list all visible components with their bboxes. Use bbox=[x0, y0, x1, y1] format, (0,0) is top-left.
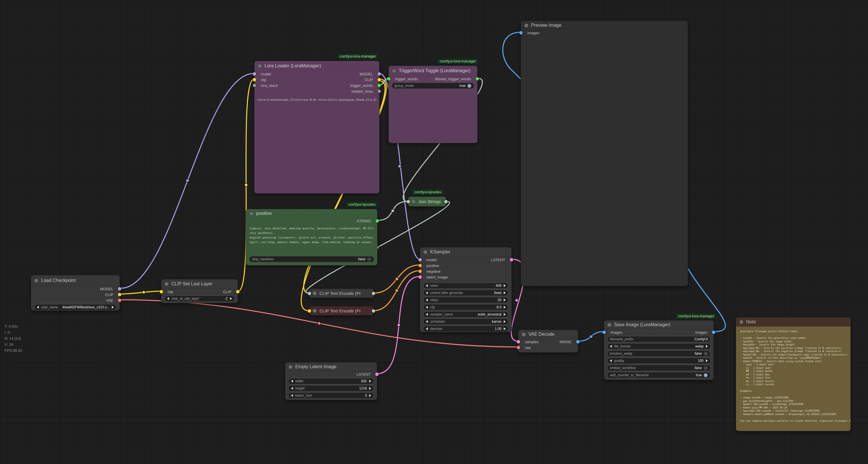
combo-next-icon[interactable] bbox=[504, 313, 506, 316]
stepper-decrement-icon[interactable] bbox=[291, 394, 293, 397]
combo-prev-icon[interactable] bbox=[426, 313, 428, 316]
node-ksampler[interactable]: KSampler modelLATENT positive negative l… bbox=[420, 247, 512, 332]
stepper-decrement-icon[interactable] bbox=[426, 306, 428, 309]
stepper-decrement-icon[interactable] bbox=[426, 327, 428, 330]
stepper-decrement-icon[interactable] bbox=[426, 298, 428, 301]
node-clip-text-encode-negative[interactable]: CLIP Text Encode (Pr bbox=[309, 306, 374, 316]
group-mode-toggle[interactable]: group_modetrue bbox=[392, 83, 474, 89]
toggle-knob-icon[interactable] bbox=[467, 84, 471, 88]
node-triggerword-toggle[interactable]: TriggerWord Toggle (LoraManager) trigger… bbox=[389, 65, 477, 143]
filename-prefix-field[interactable]: filename_prefixComfyUI bbox=[607, 336, 711, 342]
collapse-dot[interactable] bbox=[423, 250, 428, 254]
node-join-strings[interactable]: Join Strings bbox=[408, 197, 446, 207]
collapse-dot[interactable] bbox=[258, 64, 262, 68]
add-counter-to-filename-toggle[interactable]: add_counter_to_filenametrue bbox=[607, 372, 711, 378]
collapse-dot[interactable] bbox=[524, 23, 528, 28]
height-stepper[interactable]: height1216 bbox=[288, 385, 374, 392]
combo-next-icon[interactable] bbox=[112, 306, 114, 309]
stepper-increment-icon[interactable] bbox=[369, 387, 371, 390]
collapse-dot[interactable] bbox=[34, 279, 38, 283]
stepper-increment-icon[interactable] bbox=[504, 306, 506, 309]
stepper-increment-icon[interactable] bbox=[504, 327, 506, 330]
input-port-clip[interactable] bbox=[253, 78, 256, 81]
node-note[interactable]: Note Available filename_prefix Pattern C… bbox=[736, 317, 851, 431]
combo-prev-icon[interactable] bbox=[37, 306, 39, 309]
stepper-decrement-icon[interactable] bbox=[291, 387, 293, 390]
node-load-checkpoint[interactable]: Load Checkpoint MODEL CLIP VAE ckpt_name… bbox=[31, 275, 120, 311]
collapse-dot[interactable] bbox=[607, 323, 612, 327]
output-port-filtered-trigger-words[interactable] bbox=[475, 77, 479, 81]
output-port-conditioning[interactable] bbox=[372, 309, 375, 313]
input-port-vae[interactable] bbox=[517, 346, 520, 349]
prompt-textarea[interactable]: highres, very detailed, amazing quality,… bbox=[250, 226, 374, 244]
output-port-clip[interactable] bbox=[236, 290, 240, 293]
steps-stepper[interactable]: steps20 bbox=[423, 297, 508, 303]
node-positive-prompt[interactable]: positive STRING highres, very detailed, … bbox=[246, 209, 377, 265]
collapse-dot[interactable] bbox=[312, 309, 317, 313]
output-port-trigger-words[interactable] bbox=[377, 84, 381, 87]
stepper-increment-icon[interactable] bbox=[706, 359, 708, 362]
output-port-latent[interactable] bbox=[510, 258, 513, 261]
stepper-increment-icon[interactable] bbox=[230, 297, 232, 300]
stepper-decrement-icon[interactable] bbox=[610, 359, 612, 362]
input-port-negative[interactable] bbox=[418, 269, 422, 273]
collapse-dot[interactable] bbox=[312, 291, 317, 295]
input-port-clip[interactable] bbox=[308, 309, 311, 313]
collapse-dot[interactable] bbox=[249, 211, 254, 216]
note-textarea[interactable]: Available filename_prefix Pattern Codes … bbox=[740, 330, 850, 428]
batch-size-stepper[interactable]: batch_size3 bbox=[288, 393, 374, 399]
collapse-dot[interactable] bbox=[392, 69, 396, 73]
combo-next-icon[interactable] bbox=[504, 291, 506, 294]
combo-prev-icon[interactable] bbox=[426, 320, 428, 323]
stepper-decrement-icon[interactable] bbox=[291, 380, 293, 383]
combo-prev-icon[interactable] bbox=[426, 291, 428, 294]
collapse-dot[interactable] bbox=[739, 320, 744, 324]
combo-next-icon[interactable] bbox=[706, 345, 708, 348]
output-port-latent[interactable] bbox=[375, 373, 379, 376]
seed-stepper[interactable]: seed409 bbox=[423, 283, 508, 289]
input-port-positive[interactable] bbox=[418, 264, 422, 267]
toggle-knob-icon[interactable] bbox=[367, 257, 371, 261]
node-empty-latent-image[interactable]: Empty Latent Image LATENT width832 heigh… bbox=[285, 362, 377, 400]
file-format-combo[interactable]: file_formatwebp bbox=[607, 343, 711, 349]
input-port-samples[interactable] bbox=[517, 340, 520, 344]
scheduler-combo[interactable]: schedulerkarras bbox=[423, 318, 508, 325]
combo-next-icon[interactable] bbox=[504, 320, 506, 323]
embed-workflow-toggle[interactable]: embed_workflowfalse bbox=[607, 365, 711, 371]
node-save-image[interactable]: Save Image (LoraManager) imagesimages fi… bbox=[604, 320, 714, 380]
control-after-generate-combo[interactable]: control after generatefixed bbox=[423, 290, 508, 296]
output-port-conditioning[interactable] bbox=[372, 292, 375, 295]
ckpt-name-combo[interactable]: ckpt_nameil\waiNSFWIllustrious_v110.s... bbox=[34, 304, 117, 310]
output-port-image[interactable] bbox=[576, 340, 580, 344]
lossless-webp-toggle[interactable]: lossless_webpfalse bbox=[607, 350, 711, 357]
node-clip-text-encode-positive[interactable]: CLIP Text Encode (Pr bbox=[309, 289, 374, 298]
stepper-increment-icon[interactable] bbox=[504, 284, 506, 287]
output-port-clip[interactable] bbox=[118, 293, 121, 296]
collapse-dot[interactable] bbox=[164, 282, 169, 286]
input-port-model[interactable] bbox=[253, 72, 256, 76]
input-port-images[interactable] bbox=[602, 330, 606, 334]
input-port-lora-stack[interactable] bbox=[253, 84, 256, 87]
input-port-latent-image[interactable] bbox=[418, 275, 422, 279]
input-port-text[interactable] bbox=[308, 292, 311, 295]
denoise-stepper[interactable]: denoise1.00 bbox=[423, 326, 508, 332]
input-port-clip[interactable] bbox=[160, 290, 163, 293]
output-port-loaded-loras[interactable] bbox=[377, 89, 381, 93]
input-port-images[interactable] bbox=[519, 31, 523, 34]
toggle-knob-icon[interactable] bbox=[704, 373, 708, 377]
input-port-model[interactable] bbox=[418, 258, 422, 261]
cfg-stepper[interactable]: cfg8.0 bbox=[423, 304, 508, 310]
stepper-increment-icon[interactable] bbox=[504, 298, 506, 301]
stepper-increment-icon[interactable] bbox=[369, 380, 371, 383]
stepper-decrement-icon[interactable] bbox=[167, 297, 169, 300]
output-port-string[interactable] bbox=[444, 200, 448, 203]
output-port-vae[interactable] bbox=[118, 298, 121, 302]
strip-newlines-toggle[interactable]: strip_newlinesfalse bbox=[249, 256, 374, 262]
output-port-model[interactable] bbox=[118, 287, 121, 291]
input-port-string[interactable] bbox=[407, 200, 410, 203]
collapse-dot[interactable] bbox=[522, 332, 526, 337]
stepper-decrement-icon[interactable] bbox=[426, 284, 428, 287]
quality-stepper[interactable]: quality100 bbox=[607, 357, 711, 364]
node-vae-decode[interactable]: VAE Decode samplesIMAGE vae bbox=[518, 330, 578, 353]
width-stepper[interactable]: width832 bbox=[288, 378, 374, 384]
